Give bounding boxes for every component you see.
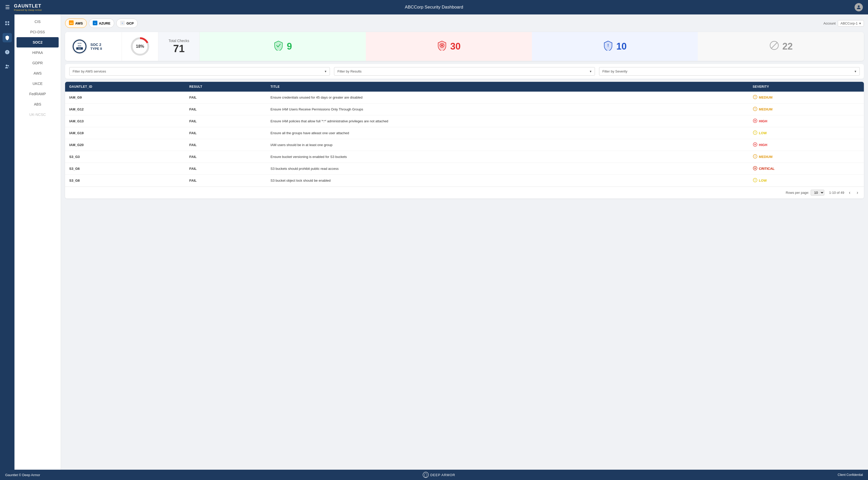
severity-label-2: HIGH <box>759 119 768 123</box>
user-avatar[interactable] <box>855 3 863 11</box>
na-count: 22 <box>782 41 793 52</box>
filter-severity[interactable]: Filter by Severity ▾ <box>599 67 860 76</box>
filter-severity-chevron-icon: ▾ <box>855 69 857 73</box>
sidebar-item-soc2[interactable]: SOC2 <box>17 37 59 47</box>
sidebar-item-gdpr[interactable]: GDPR <box>14 58 61 68</box>
cell-title-4: IAM users should be in at least one grou… <box>266 139 749 151</box>
severity-label-4: HIGH <box>759 143 768 147</box>
svg-point-34 <box>755 109 755 110</box>
fail-count: 30 <box>450 41 461 52</box>
na-stat-card: 22 <box>698 32 864 61</box>
account-select[interactable]: ABCCorp-1 ▾ <box>838 20 864 27</box>
cloud-tab-group: aws AWS Az AZURE G GCP <box>65 19 138 28</box>
fail-stat-card: 30 <box>366 32 532 61</box>
cell-result-3: FAIL <box>185 127 266 139</box>
sidebar-item-cis[interactable]: CIS <box>14 16 61 27</box>
cell-result-2: FAIL <box>185 115 266 127</box>
azure-icon: Az <box>93 21 97 26</box>
next-page-button[interactable]: › <box>855 190 860 196</box>
sidebar-item-pci-dss[interactable]: PCI-DSS <box>14 27 61 37</box>
svg-text:Az: Az <box>94 23 96 24</box>
cell-id-4: IAM_G20 <box>65 139 185 151</box>
table-row[interactable]: S3_G6 FAIL S3 buckets should prohibit pu… <box>65 163 864 175</box>
severity-label-1: MEDIUM <box>759 107 773 111</box>
severity-icon-2 <box>753 118 757 124</box>
cell-title-1: Ensure IAM Users Receive Permissions Onl… <box>266 103 749 115</box>
cell-id-1: IAM_G12 <box>65 103 185 115</box>
severity-label-5: MEDIUM <box>759 155 773 159</box>
cell-severity-3: LOW <box>749 127 864 139</box>
filter-results[interactable]: Filter by Results ▾ <box>334 67 595 76</box>
cloud-tab-azure[interactable]: Az AZURE <box>89 19 115 28</box>
cloud-tab-aws[interactable]: aws AWS <box>65 19 87 28</box>
filter-results-label: Filter by Results <box>337 69 362 73</box>
sidebar-item-fedramp[interactable]: FedRAMP <box>14 89 61 99</box>
sidebar-icon-dashboard[interactable] <box>3 19 12 28</box>
account-row: Account ABCCorp-1 ▾ <box>824 20 864 27</box>
sidebar-item-aws[interactable]: AWS <box>14 68 61 78</box>
table-row[interactable]: IAM_G13 FAIL Ensure IAM policies that al… <box>65 115 864 127</box>
app-title: GAUNTLET <box>14 3 41 9</box>
soc2-label: SOC 2 <box>90 43 102 47</box>
table-row[interactable]: S3_G8 FAIL S3 bucket object lock should … <box>65 175 864 186</box>
filter-severity-label: Filter by Severity <box>602 69 627 73</box>
severity-label-0: MEDIUM <box>759 96 773 99</box>
data-table-container: GAUNTLET_ID RESULT TITLE SEVERITY IAM_G9… <box>65 82 864 199</box>
account-chevron-icon: ▾ <box>859 22 861 25</box>
cell-severity-4: HIGH <box>749 139 864 151</box>
sidebar-item-hipaa[interactable]: HIPAA <box>14 47 61 58</box>
table-row[interactable]: IAM_G19 FAIL Ensure all the groups have … <box>65 127 864 139</box>
svg-text:G: G <box>122 23 123 24</box>
cell-title-7: S3 bucket object lock should be enabled <box>266 175 749 186</box>
filter-aws-label: Filter by AWS services <box>72 69 106 73</box>
prev-page-button[interactable]: ‹ <box>847 190 852 196</box>
cell-result-5: FAIL <box>185 151 266 163</box>
cloud-tab-gcp[interactable]: G GCP <box>116 19 137 28</box>
table-row[interactable]: IAM_G12 FAIL Ensure IAM Users Receive Pe… <box>65 103 864 115</box>
rows-per-page: Rows per page: 10 25 50 <box>785 190 826 196</box>
severity-icon-0 <box>753 95 757 100</box>
rows-per-page-select[interactable]: 10 25 50 <box>811 190 824 196</box>
cell-id-2: IAM_G13 <box>65 115 185 127</box>
sidebar-icon-users[interactable] <box>3 62 12 71</box>
azure-tab-label: AZURE <box>99 22 111 25</box>
icon-sidebar <box>0 14 14 470</box>
cell-result-1: FAIL <box>185 103 266 115</box>
sidebar-item-abs[interactable]: ABS <box>14 99 61 109</box>
svg-point-52 <box>755 181 755 181</box>
sidebar-item-ukce[interactable]: UKCE <box>14 78 61 89</box>
svg-text:SOC: SOC <box>78 45 82 47</box>
severity-icon-6 <box>753 166 757 171</box>
table-row[interactable]: S3_G3 FAIL Ensure bucket versioning is e… <box>65 151 864 163</box>
footer-center-logo: DEEP ARMOR <box>423 472 455 478</box>
cell-title-6: S3 buckets should prohibit public read a… <box>266 163 749 175</box>
sidebar-item-uk-ncsc: UK-NCSC <box>14 109 61 120</box>
severity-icon-5 <box>753 154 757 160</box>
severity-label-6: CRITICAL <box>759 167 775 171</box>
total-checks-label: Total Checks <box>168 39 189 43</box>
filters-row: Filter by AWS services ▾ Filter by Resul… <box>65 64 864 79</box>
gauge-card: 18% <box>122 32 158 61</box>
cloud-tabs-row: aws AWS Az AZURE G GCP A <box>65 19 864 28</box>
sidebar-icon-alerts[interactable] <box>3 47 12 57</box>
filter-aws-services[interactable]: Filter by AWS services ▾ <box>69 67 330 76</box>
rows-per-page-label: Rows per page: <box>785 191 809 195</box>
col-severity: SEVERITY <box>749 82 864 92</box>
svg-rect-4 <box>8 24 9 25</box>
aws-tab-label: AWS <box>75 22 83 25</box>
hamburger-icon[interactable]: ☰ <box>5 4 10 10</box>
soc2-badge-icon: AICPA SOC SOC <box>71 38 88 55</box>
total-checks-value: 71 <box>173 43 185 55</box>
sidebar-icon-compliance[interactable] <box>3 33 12 42</box>
table-row[interactable]: IAM_G20 FAIL IAM users should be in at l… <box>65 139 864 151</box>
warn-stat-card: ! 10 <box>532 32 698 61</box>
fail-shield-icon <box>437 40 447 53</box>
gauge-container: 18% <box>130 36 150 57</box>
svg-line-28 <box>771 42 777 48</box>
table-row[interactable]: IAM_G9 FAIL Ensure credentials unused fo… <box>65 92 864 103</box>
deep-armor-label: DEEP ARMOR <box>430 473 455 477</box>
cell-severity-7: LOW <box>749 175 864 186</box>
warn-count: 10 <box>616 41 627 52</box>
aws-icon: aws <box>69 21 74 26</box>
cell-severity-2: HIGH <box>749 115 864 127</box>
